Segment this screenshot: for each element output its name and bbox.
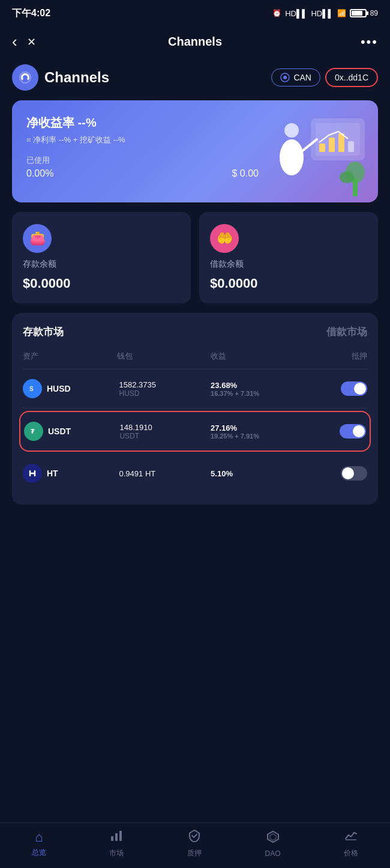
back-button[interactable]: ‹ — [12, 32, 17, 51]
nav-item-price[interactable]: 价格 — [344, 829, 358, 858]
logo-text: Channels — [44, 69, 109, 86]
nav-item-home[interactable]: ⌂ 总览 — [32, 830, 46, 858]
husd-toggle-cell — [305, 381, 367, 396]
signal2-icon: HD▌▌ — [311, 9, 333, 18]
husd-icon: S — [23, 379, 42, 398]
signal-icon: HD▌▌ — [285, 9, 307, 18]
status-icons: ⏰ HD▌▌ HD▌▌ 📶 89 — [272, 9, 378, 18]
svg-rect-5 — [338, 133, 344, 152]
husd-yield: 23.68% 16.37% + 7.31% — [211, 381, 305, 397]
borrow-card: 🤲 借款余额 $0.0000 — [199, 212, 378, 303]
svg-rect-19 — [115, 833, 118, 841]
asset-cell-usdt: ₮ USDT — [24, 422, 117, 441]
table-header: 资产 钱包 收益 抵押 — [23, 348, 367, 369]
can-label: CAN — [293, 73, 311, 82]
usdt-wallet: 148.1910 USDT — [117, 423, 210, 440]
nav-market-label: 市场 — [109, 848, 124, 858]
svg-rect-18 — [111, 836, 113, 841]
alarm-icon: ⏰ — [272, 9, 281, 17]
deposit-icon: 👛 — [23, 224, 52, 253]
ht-yield: 5.10% — [211, 469, 305, 478]
nav-item-dao[interactable]: DAO — [265, 830, 281, 858]
balance-cards: 👛 存款余额 $0.0000 🤲 借款余额 $0.0000 — [12, 212, 378, 303]
borrow-label: 借款余额 — [210, 259, 367, 270]
deposit-value: $0.0000 — [23, 276, 180, 291]
header-buttons: CAN 0x..dd1C — [271, 68, 378, 87]
asset-cell-ht: HT — [23, 464, 117, 483]
nav-left: ‹ ✕ — [12, 32, 36, 51]
address-label: 0x..dd1C — [335, 73, 368, 82]
usdt-icon: ₮ — [24, 422, 43, 441]
asset-cell-husd: S HUSD — [23, 379, 117, 398]
ht-toggle-cell — [305, 466, 367, 481]
ht-toggle[interactable] — [341, 466, 367, 481]
svg-point-7 — [284, 123, 299, 138]
husd-toggle[interactable] — [341, 381, 367, 396]
card-illustration — [269, 112, 371, 202]
usdt-name: USDT — [48, 426, 71, 436]
svg-rect-6 — [348, 141, 354, 152]
price-icon — [344, 829, 358, 846]
main-content: 净收益率 --% = 净利率 --% + 挖矿收益 --% 已使用 0.00% … — [0, 100, 390, 562]
nav-home-label: 总览 — [32, 848, 46, 858]
more-menu-button[interactable]: ••• — [361, 34, 378, 50]
home-icon: ⌂ — [35, 830, 43, 845]
usdt-toggle-cell — [304, 424, 366, 439]
battery-pct: 89 — [370, 9, 378, 17]
ht-name: HT — [47, 469, 58, 478]
col-asset: 资产 — [23, 351, 117, 362]
address-button[interactable]: 0x..dd1C — [325, 68, 378, 87]
logo-area: Channels — [12, 64, 109, 91]
svg-text:₮: ₮ — [31, 428, 35, 435]
deposit-label: 存款余额 — [23, 259, 180, 270]
svg-point-12 — [340, 171, 354, 183]
nav-dao-label: DAO — [265, 849, 281, 858]
ht-icon — [23, 464, 42, 483]
close-button[interactable]: ✕ — [27, 35, 36, 49]
header-row: Channels CAN 0x..dd1C — [0, 57, 390, 100]
svg-text:S: S — [29, 386, 34, 392]
nav-item-market[interactable]: 市场 — [109, 829, 124, 858]
husd-wallet: 1582.3735 HUSD — [117, 380, 211, 398]
usdt-highlighted-row: ₮ USDT 148.1910 USDT 27.16% 19.25% + 7.9… — [19, 411, 371, 452]
logo-icon — [12, 64, 38, 91]
col-yield: 收益 — [211, 351, 305, 362]
husd-name: HUSD — [47, 384, 71, 393]
used-pct: 0.00% — [26, 168, 53, 179]
svg-marker-22 — [270, 834, 276, 840]
battery-indicator — [350, 9, 367, 17]
pledge-icon — [188, 829, 201, 846]
status-bar: 下午4:02 ⏰ HD▌▌ HD▌▌ 📶 89 — [0, 0, 390, 26]
used-value: $ 0.00 — [232, 168, 259, 179]
nav-item-pledge[interactable]: 质押 — [187, 829, 202, 858]
table-row[interactable]: S HUSD 1582.3735 HUSD 23.68% 16.37% + 7.… — [23, 369, 367, 408]
status-time: 下午4:02 — [12, 7, 50, 20]
market-tabs: 存款市场 借款市场 — [23, 325, 367, 339]
borrow-tab[interactable]: 借款市场 — [326, 325, 367, 339]
usdt-toggle[interactable] — [340, 424, 366, 439]
svg-rect-20 — [119, 831, 122, 841]
market-section: 存款市场 借款市场 资产 钱包 收益 抵押 S HUSD 1582.3735 H… — [12, 313, 378, 505]
table-row[interactable]: ₮ USDT 148.1910 USDT 27.16% 19.25% + 7.9… — [24, 412, 366, 451]
page-title: Channels — [168, 35, 222, 49]
market-icon — [110, 829, 123, 846]
dao-icon — [266, 830, 280, 847]
can-button[interactable]: CAN — [271, 68, 320, 86]
svg-point-8 — [280, 139, 304, 175]
nav-bar: ‹ ✕ Channels ••• — [0, 26, 390, 57]
borrow-icon: 🤲 — [210, 224, 239, 253]
nav-pledge-label: 质押 — [187, 848, 202, 858]
usdt-yield: 27.16% 19.25% + 7.91% — [211, 423, 304, 440]
col-wallet: 钱包 — [117, 351, 211, 362]
nav-price-label: 价格 — [344, 848, 358, 858]
wifi-icon: 📶 — [337, 9, 346, 17]
table-row[interactable]: HT 0.9491 HT 5.10% — [23, 454, 367, 493]
deposit-card: 👛 存款余额 $0.0000 — [12, 212, 191, 303]
bottom-nav: ⌂ 总览 市场 质押 DAO — [0, 822, 390, 868]
deposit-tab[interactable]: 存款市场 — [23, 325, 64, 339]
ht-wallet: 0.9491 HT — [117, 469, 211, 478]
borrow-value: $0.0000 — [210, 276, 367, 291]
svg-rect-4 — [329, 138, 335, 152]
svg-rect-3 — [319, 144, 325, 152]
col-collateral: 抵押 — [305, 351, 367, 362]
